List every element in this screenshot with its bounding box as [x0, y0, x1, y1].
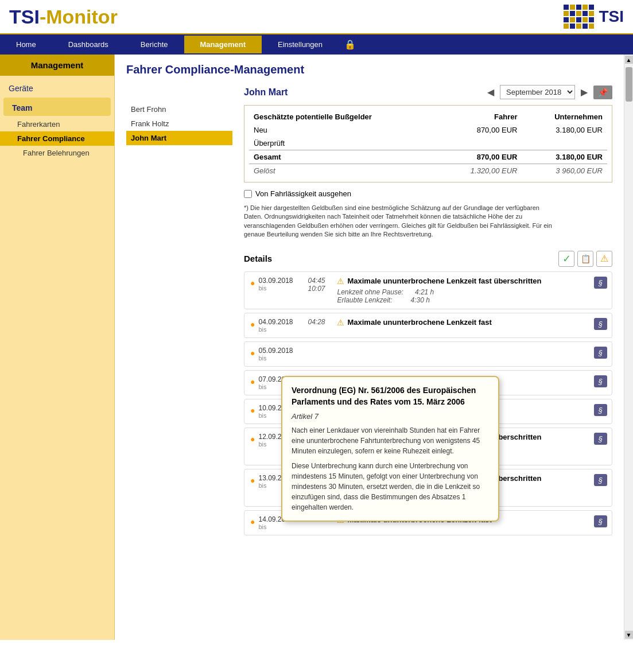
par-btn-6[interactable]: §	[594, 433, 607, 445]
detail-content-2: ⚠ Maximale ununterbrochene Lenkzeit fast	[337, 318, 606, 327]
details-title: Details	[244, 254, 558, 263]
detail-date-1: 03.09.2018 bis	[258, 277, 304, 292]
tooltip-title: Verordnung (EG) Nr. 561/2006 des Europäi…	[292, 385, 489, 407]
sidebar-item-fahrer-compliance[interactable]: Fahrer Compliance	[0, 131, 114, 146]
fine-table-wrapper: Geschätzte potentielle Bußgelder Fahrer …	[244, 105, 612, 182]
fine-unternehmen-gesamt: 3.180,00 EUR	[522, 150, 607, 164]
par-btn-1[interactable]: §	[594, 277, 607, 289]
lock-icon: 🔒	[339, 34, 362, 55]
detail-date-3: 05.09.2018 bis	[258, 347, 304, 362]
details-header-row: Details ✓ 📋 ⚠	[244, 251, 612, 267]
footnote: *) Die hier dargestellten Geldbußen sind…	[244, 204, 560, 239]
header-logo: TSI	[564, 5, 624, 29]
detail-dot-1: ●	[250, 278, 255, 288]
nav-item-berichte[interactable]: Berichte	[125, 36, 184, 53]
detail-time-1: 04:45 10:07	[308, 277, 333, 293]
month-select[interactable]: September 2018	[500, 85, 575, 99]
driver-item-bert[interactable]: Bert Frohn	[126, 102, 232, 116]
nav-item-dashboards[interactable]: Dashboards	[52, 36, 125, 53]
detail-row-3: ● 05.09.2018 bis §	[244, 341, 612, 367]
fine-col-header-unternehmen: Unternehmen	[522, 110, 607, 123]
fine-fahrer-neu: 870,00 EUR	[438, 123, 522, 137]
sidebar: Management Geräte Team Fahrerkarten Fahr…	[0, 55, 115, 640]
scroll-down-btn[interactable]: ▼	[625, 631, 633, 639]
fine-col-header-label: Geschätzte potentielle Bußgelder	[249, 110, 438, 123]
tooltip-text1: Nach einer Lenkdauer von viereinhalb Stu…	[292, 425, 489, 456]
header: TSI-Monitor TSI	[0, 0, 633, 34]
sidebar-item-fahrer-belehrungen[interactable]: Fahrer Belehrungen	[0, 146, 114, 160]
detail-warn-icon-1: ⚠	[337, 277, 344, 286]
fine-label-neu: Neu	[249, 123, 438, 137]
fine-table: Geschätzte potentielle Bußgelder Fahrer …	[249, 110, 607, 177]
fine-fahrer-gesamt: 870,00 EUR	[438, 150, 522, 164]
nav-bar: Home Dashboards Berichte Management Eins…	[0, 34, 633, 55]
action-clipboard-btn[interactable]: 📋	[577, 251, 593, 267]
sidebar-geraete[interactable]: Geräte	[0, 78, 114, 96]
fine-row-gesamt: Gesamt 870,00 EUR 3.180,00 EUR	[249, 150, 607, 164]
fine-label-gesamt: Gesamt	[249, 150, 438, 164]
detail-dot-4: ●	[250, 377, 255, 386]
driver-header-row: John Mart ◀ September 2018 ▶ 📌	[244, 85, 612, 99]
par-btn-4[interactable]: §	[594, 375, 607, 387]
detail-main-text-1: Maximale ununterbrochene Lenkzeit fast ü…	[347, 277, 541, 285]
tooltip-text2: Diese Unterbrechung kann durch eine Unte…	[292, 461, 489, 512]
driver-list: Bert Frohn Frank Holtz John Mart	[126, 85, 232, 539]
main-content: Fahrer Compliance-Management Bert Frohn …	[115, 55, 624, 640]
fine-label-ueberprueft: Überprüft	[249, 137, 438, 150]
sidebar-item-fahrerkarten[interactable]: Fahrerkarten	[0, 117, 114, 131]
detail-content-1: ⚠ Maximale ununterbrochene Lenkzeit fast…	[337, 277, 606, 304]
pin-btn[interactable]: 📌	[593, 86, 612, 99]
detail-date-2: 04.09.2018 bis	[258, 318, 304, 333]
fine-unternehmen-neu: 3.180,00 EUR	[522, 123, 607, 137]
driver-item-john[interactable]: John Mart	[126, 131, 232, 145]
nav-item-home[interactable]: Home	[0, 36, 52, 53]
selected-driver-name: John Mart	[244, 87, 484, 98]
detail-dot-8: ●	[250, 517, 255, 526]
detail-row-1: ● 03.09.2018 bis 04:45 10:07 ⚠ M	[244, 271, 612, 309]
scroll-up-btn[interactable]: ▲	[625, 56, 633, 64]
checkbox-row: Von Fahrlässigkeit ausgehen	[244, 189, 612, 198]
fine-row-neu: Neu 870,00 EUR 3.180,00 EUR	[249, 123, 607, 137]
fine-label-geloest: Gelöst	[249, 164, 438, 178]
detail-dot-3: ●	[250, 348, 255, 358]
fine-row-geloest: Gelöst 1.320,00 EUR 3 960,00 EUR	[249, 164, 607, 178]
title-tsi: TSI	[9, 6, 40, 28]
detail-time-2: 04:28	[308, 318, 333, 326]
detail-main-text-2: Maximale ununterbrochene Lenkzeit fast	[347, 318, 491, 327]
fine-fahrer-geloest: 1.320,00 EUR	[438, 164, 522, 178]
detail-dot-5: ●	[250, 406, 255, 415]
app-title: TSI-Monitor	[9, 6, 118, 28]
next-month-btn[interactable]: ▶	[577, 86, 591, 99]
par-btn-3[interactable]: §	[594, 347, 607, 359]
fine-row-ueberprueft: Überprüft	[249, 137, 607, 150]
scroll-thumb[interactable]	[626, 67, 632, 102]
detail-dot-7: ●	[250, 476, 255, 485]
driver-item-frank[interactable]: Frank Holtz	[126, 116, 232, 131]
nav-item-einstellungen[interactable]: Einstellungen	[262, 36, 339, 53]
fahrlaessigkeit-checkbox[interactable]	[244, 190, 252, 198]
detail-dot-2: ●	[250, 320, 255, 329]
prev-month-btn[interactable]: ◀	[484, 86, 498, 99]
detail-warn-icon-2: ⚠	[337, 318, 344, 327]
details-actions: ✓ 📋 ⚠	[558, 251, 612, 267]
tooltip-article: Artikel 7	[292, 412, 489, 421]
right-content: John Mart ◀ September 2018 ▶ 📌	[244, 85, 612, 539]
detail-row-2: ● 04.09.2018 bis 04:28 ⚠ Maxima	[244, 313, 612, 338]
detail-dot-6: ●	[250, 434, 255, 444]
action-warning-btn[interactable]: ⚠	[596, 251, 612, 267]
nav-item-management[interactable]: Management	[184, 36, 262, 53]
page-title: Fahrer Compliance-Management	[126, 63, 612, 76]
par-btn-7[interactable]: §	[594, 474, 607, 486]
par-btn-5[interactable]: §	[594, 404, 607, 416]
sidebar-team[interactable]: Team	[3, 98, 111, 116]
par-btn-2[interactable]: §	[594, 318, 607, 330]
scrollbar[interactable]: ▲ ▼	[624, 55, 633, 640]
sidebar-section-title: Management	[0, 55, 114, 76]
action-check-btn[interactable]: ✓	[558, 251, 574, 267]
par-btn-8[interactable]: §	[594, 515, 607, 527]
month-nav: ◀ September 2018 ▶ 📌	[484, 85, 612, 99]
title-monitor: -Monitor	[40, 6, 118, 28]
checkbox-label: Von Fahrlässigkeit ausgehen	[255, 189, 351, 198]
fine-col-header-fahrer: Fahrer	[438, 110, 522, 123]
law-tooltip-popup: Verordnung (EG) Nr. 561/2006 des Europäi…	[281, 376, 499, 522]
